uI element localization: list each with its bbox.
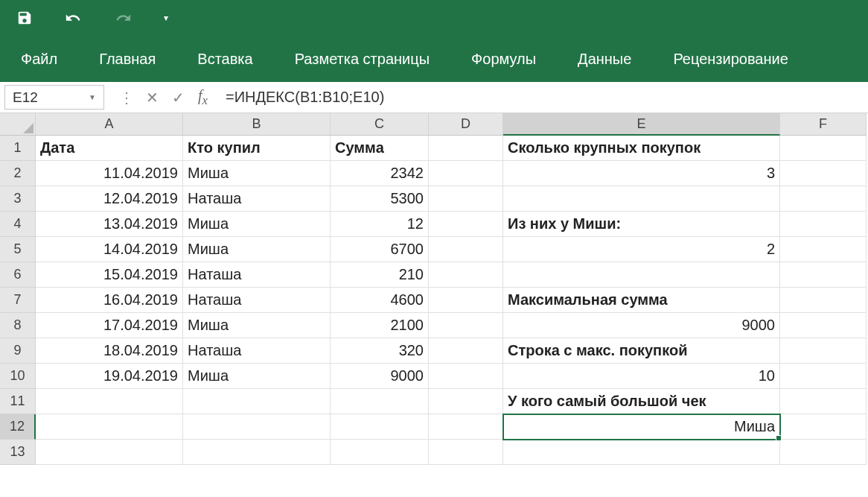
cell-D12[interactable] <box>429 414 503 440</box>
cell-B13[interactable] <box>183 440 331 465</box>
undo-icon[interactable] <box>63 0 83 36</box>
fx-icon[interactable]: fx <box>198 87 208 108</box>
cell-E9[interactable]: Строка с макс. покупкой <box>503 338 780 364</box>
cell-B12[interactable] <box>183 414 331 440</box>
cell-E10[interactable]: 10 <box>503 364 780 389</box>
cell-E7[interactable]: Максимальная сумма <box>503 288 780 313</box>
row-header-12[interactable]: 12 <box>0 414 36 440</box>
cell-E5[interactable]: 2 <box>503 237 780 262</box>
cell-C6[interactable]: 210 <box>331 262 429 288</box>
cell-A6[interactable]: 15.04.2019 <box>36 262 183 288</box>
cell-E13[interactable] <box>503 440 780 465</box>
cell-A8[interactable]: 17.04.2019 <box>36 313 183 338</box>
cell-A13[interactable] <box>36 440 183 465</box>
cell-A7[interactable]: 16.04.2019 <box>36 288 183 313</box>
tab-file[interactable]: Файл <box>0 36 78 82</box>
cell-F6[interactable] <box>780 262 867 288</box>
row-header-3[interactable]: 3 <box>0 186 36 212</box>
cell-F11[interactable] <box>780 389 867 414</box>
row-header-4[interactable]: 4 <box>0 212 36 237</box>
row-header-13[interactable]: 13 <box>0 440 36 465</box>
tab-home[interactable]: Главная <box>78 36 176 82</box>
cell-F13[interactable] <box>780 440 867 465</box>
tab-data[interactable]: Данные <box>557 36 652 82</box>
cell-C8[interactable]: 2100 <box>331 313 429 338</box>
row-header-8[interactable]: 8 <box>0 313 36 338</box>
cell-A12[interactable] <box>36 414 183 440</box>
cell-A3[interactable]: 12.04.2019 <box>36 186 183 212</box>
cell-B8[interactable]: Миша <box>183 313 331 338</box>
cell-E6[interactable] <box>503 262 780 288</box>
column-header-C[interactable]: C <box>331 113 429 136</box>
cell-B5[interactable]: Миша <box>183 237 331 262</box>
cell-E2[interactable]: 3 <box>503 161 780 186</box>
row-header-9[interactable]: 9 <box>0 338 36 364</box>
row-header-2[interactable]: 2 <box>0 161 36 186</box>
cell-A1[interactable]: Дата <box>36 136 183 161</box>
save-icon[interactable] <box>16 0 33 36</box>
row-header-5[interactable]: 5 <box>0 237 36 262</box>
cell-B6[interactable]: Наташа <box>183 262 331 288</box>
cell-D8[interactable] <box>429 313 503 338</box>
cell-C9[interactable]: 320 <box>331 338 429 364</box>
cell-E12[interactable]: Миша <box>503 414 780 440</box>
row-header-1[interactable]: 1 <box>0 136 36 161</box>
cell-B2[interactable]: Миша <box>183 161 331 186</box>
cell-C1[interactable]: Сумма <box>331 136 429 161</box>
cell-C10[interactable]: 9000 <box>331 364 429 389</box>
cell-F3[interactable] <box>780 186 867 212</box>
column-header-F[interactable]: F <box>780 113 867 136</box>
row-header-6[interactable]: 6 <box>0 262 36 288</box>
cell-A4[interactable]: 13.04.2019 <box>36 212 183 237</box>
column-header-B[interactable]: B <box>183 113 331 136</box>
select-all-corner[interactable] <box>0 113 36 136</box>
cell-E11[interactable]: У кого самый большой чек <box>503 389 780 414</box>
cell-C11[interactable] <box>331 389 429 414</box>
formula-input[interactable] <box>218 82 868 113</box>
tab-formulas[interactable]: Формулы <box>450 36 557 82</box>
cell-F2[interactable] <box>780 161 867 186</box>
column-header-A[interactable]: A <box>36 113 183 136</box>
cell-A11[interactable] <box>36 389 183 414</box>
cell-C7[interactable]: 4600 <box>331 288 429 313</box>
cell-C12[interactable] <box>331 414 429 440</box>
cell-C3[interactable]: 5300 <box>331 186 429 212</box>
name-box[interactable]: E12 ▼ <box>4 85 104 110</box>
cell-C2[interactable]: 2342 <box>331 161 429 186</box>
cell-D10[interactable] <box>429 364 503 389</box>
cell-D11[interactable] <box>429 389 503 414</box>
cell-D2[interactable] <box>429 161 503 186</box>
column-header-D[interactable]: D <box>429 113 503 136</box>
cell-B3[interactable]: Наташа <box>183 186 331 212</box>
customize-qat-icon[interactable]: ▾ <box>164 0 168 36</box>
cell-D7[interactable] <box>429 288 503 313</box>
cell-B7[interactable]: Наташа <box>183 288 331 313</box>
cell-B11[interactable] <box>183 389 331 414</box>
cell-B10[interactable]: Миша <box>183 364 331 389</box>
tab-review[interactable]: Рецензирование <box>652 36 808 82</box>
cell-D6[interactable] <box>429 262 503 288</box>
spreadsheet-grid[interactable]: ABCDEF1ДатаКто купилСуммаСколько крупных… <box>0 113 868 465</box>
tab-insert[interactable]: Вставка <box>176 36 273 82</box>
cell-F12[interactable] <box>780 414 867 440</box>
row-header-10[interactable]: 10 <box>0 364 36 389</box>
chevron-down-icon[interactable]: ▼ <box>89 93 96 101</box>
cell-B9[interactable]: Наташа <box>183 338 331 364</box>
cell-B4[interactable]: Миша <box>183 212 331 237</box>
cell-D5[interactable] <box>429 237 503 262</box>
cell-F7[interactable] <box>780 288 867 313</box>
cell-A5[interactable]: 14.04.2019 <box>36 237 183 262</box>
cell-E8[interactable]: 9000 <box>503 313 780 338</box>
cell-F5[interactable] <box>780 237 867 262</box>
cell-D1[interactable] <box>429 136 503 161</box>
cell-D9[interactable] <box>429 338 503 364</box>
cell-F9[interactable] <box>780 338 867 364</box>
cell-A2[interactable]: 11.04.2019 <box>36 161 183 186</box>
cell-E3[interactable] <box>503 186 780 212</box>
cell-F10[interactable] <box>780 364 867 389</box>
row-header-7[interactable]: 7 <box>0 288 36 313</box>
cell-B1[interactable]: Кто купил <box>183 136 331 161</box>
cell-C5[interactable]: 6700 <box>331 237 429 262</box>
column-header-E[interactable]: E <box>503 113 780 136</box>
cell-F8[interactable] <box>780 313 867 338</box>
